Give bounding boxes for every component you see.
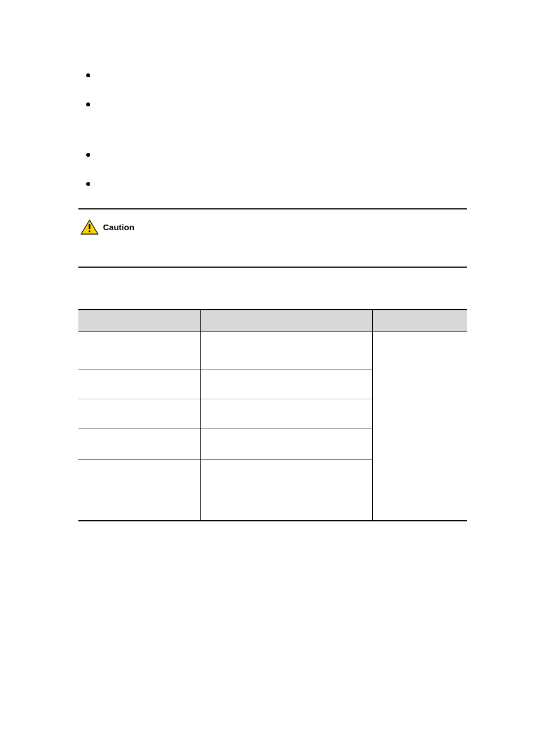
caution-label: Caution <box>103 222 134 232</box>
table-cell <box>201 369 373 399</box>
caution-row: Caution <box>81 220 467 235</box>
table-cell <box>78 332 201 369</box>
spec-table <box>78 309 467 521</box>
caution-callout: Caution <box>78 208 467 268</box>
table-cell <box>78 459 201 491</box>
warning-triangle-icon <box>81 220 99 235</box>
table-cell <box>201 399 373 428</box>
table-cell <box>78 428 201 459</box>
table-cell <box>201 459 373 491</box>
table-cell <box>201 428 373 459</box>
table-header-cell <box>373 310 467 332</box>
list-item-text: Bullet line three placeholder <box>105 150 205 164</box>
table-row <box>78 332 467 369</box>
table-cell <box>78 369 201 399</box>
bullet-icon <box>86 73 90 77</box>
bullet-icon <box>86 102 90 106</box>
table-cell <box>373 332 467 521</box>
table-cell <box>78 491 201 521</box>
table-cell <box>201 332 373 369</box>
table-cell <box>78 399 201 428</box>
bullet-icon <box>86 153 90 157</box>
list-item: Bullet line two placeholder spanning pos… <box>86 100 467 127</box>
table-cell <box>201 491 373 521</box>
svg-rect-1 <box>89 224 91 229</box>
list-item-text: Bullet line two placeholder spanning pos… <box>105 100 467 127</box>
table-header-cell <box>78 310 201 332</box>
spec-table-container <box>78 309 467 521</box>
list-item: Bullet line one placeholder <box>86 71 467 84</box>
table-header-cell <box>201 310 373 332</box>
table-header-row <box>78 310 467 332</box>
bullet-list: Bullet line one placeholder Bullet line … <box>86 71 467 193</box>
list-item: Bullet line four placeholder <box>86 179 467 193</box>
list-item-text: Bullet line four placeholder <box>105 179 200 193</box>
svg-rect-2 <box>89 230 91 232</box>
bullet-icon <box>86 182 90 186</box>
document-page: Bullet line one placeholder Bullet line … <box>0 0 534 756</box>
list-item: Bullet line three placeholder <box>86 150 467 164</box>
list-item-text: Bullet line one placeholder <box>105 71 200 84</box>
